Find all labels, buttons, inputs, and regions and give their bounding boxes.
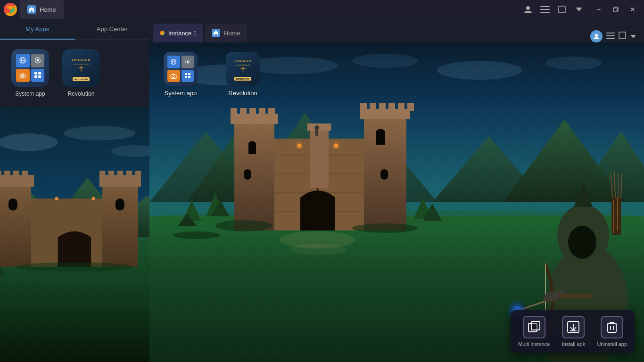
svg-rect-58 <box>619 32 626 39</box>
svg-rect-57 <box>606 38 615 39</box>
app-item-system[interactable]: System app <box>9 49 51 97</box>
svg-point-100 <box>296 142 303 149</box>
chevron-down-icon[interactable] <box>573 4 585 15</box>
netmarble-label: netmarble <box>73 77 90 81</box>
tab-home-main-label: Home <box>40 6 56 13</box>
svg-rect-45 <box>135 171 141 178</box>
svg-rect-92 <box>388 103 395 111</box>
camera-cell <box>16 69 30 82</box>
svg-rect-141 <box>171 74 176 78</box>
toolbar-item-uninstall-app[interactable]: Uninstall app <box>597 316 627 347</box>
svg-point-62 <box>352 54 418 68</box>
instance-bar-controls <box>590 30 640 42</box>
tab-my-apps[interactable]: My Apps <box>0 19 75 40</box>
svg-point-25 <box>0 133 58 151</box>
svg-rect-8 <box>613 8 617 12</box>
svg-point-49 <box>91 197 95 201</box>
game-scene: System app LINEAGE II REVOLUTION <box>149 42 644 362</box>
tab-home-instance[interactable]: Home <box>205 24 247 42</box>
user-icon[interactable] <box>522 4 534 15</box>
svg-rect-46 <box>8 198 17 210</box>
app-item-revolution[interactable]: LINEAGE II REVOLUTION netmarble Revoluti… <box>60 49 102 97</box>
svg-rect-93 <box>398 103 405 111</box>
svg-rect-5 <box>540 9 550 10</box>
left-castle-overlay <box>0 107 149 362</box>
svg-rect-95 <box>310 129 329 188</box>
system-app-label: System app <box>15 90 45 97</box>
home-tab-instance-label: Home <box>224 30 240 37</box>
svg-point-102 <box>332 142 340 149</box>
svg-point-63 <box>437 61 522 80</box>
svg-rect-44 <box>126 171 132 178</box>
svg-line-157 <box>573 327 576 330</box>
gear-cell <box>31 54 45 67</box>
svg-rect-94 <box>407 103 414 111</box>
game-system-icon <box>164 52 198 86</box>
svg-point-115 <box>314 125 319 130</box>
install-apk-label: Install apk <box>562 341 586 347</box>
svg-marker-23 <box>80 66 82 68</box>
instance-dot <box>160 31 165 35</box>
maximize-icon[interactable] <box>619 32 626 41</box>
chevron-instance-icon[interactable] <box>630 32 636 41</box>
svg-point-139 <box>187 61 189 63</box>
left-panel-bg <box>0 107 149 362</box>
svg-rect-4 <box>540 6 550 7</box>
svg-rect-90 <box>370 103 376 111</box>
svg-rect-146 <box>188 76 190 78</box>
svg-text:REVOLUTION: REVOLUTION <box>74 63 89 66</box>
title-bar: Home <box>0 0 644 19</box>
svg-point-112 <box>352 223 418 233</box>
svg-rect-153 <box>531 321 540 330</box>
svg-rect-77 <box>240 108 247 115</box>
svg-point-119 <box>568 226 596 259</box>
svg-rect-15 <box>34 72 37 74</box>
svg-point-113 <box>173 231 220 239</box>
svg-line-156 <box>570 327 573 330</box>
svg-point-111 <box>215 220 272 231</box>
tab-app-center[interactable]: App Center <box>75 19 150 40</box>
game-rev-icon-inner: LINEAGE II REVOLUTION netmarble <box>226 52 260 86</box>
game-app-system[interactable]: System app <box>164 52 198 97</box>
svg-point-64 <box>545 57 602 70</box>
restore-button[interactable] <box>608 3 623 16</box>
menu-icon[interactable] <box>539 4 551 15</box>
svg-point-54 <box>595 34 598 37</box>
svg-point-142 <box>173 75 174 77</box>
square-icon[interactable] <box>556 4 568 15</box>
svg-text:REVOLUTION: REVOLUTION <box>236 64 250 66</box>
tab-home-main[interactable]: Home <box>20 0 64 19</box>
toolbar-item-install-apk[interactable]: Install apk <box>559 316 587 347</box>
svg-point-3 <box>526 6 530 10</box>
svg-rect-42 <box>108 171 115 178</box>
minimize-button[interactable]: − <box>591 3 606 16</box>
game-gear-cell <box>182 56 194 68</box>
tab-instance-1[interactable]: Instance 1 <box>153 24 203 42</box>
svg-rect-18 <box>38 75 41 78</box>
svg-point-48 <box>55 197 58 201</box>
revolution-label: Revolution <box>68 90 95 97</box>
main-content: Instance 1 Home <box>149 19 644 362</box>
svg-rect-144 <box>188 73 190 75</box>
home-tab-icon <box>27 5 36 14</box>
game-app-icons: System app LINEAGE II REVOLUTION <box>164 52 260 97</box>
svg-rect-97 <box>380 169 388 180</box>
svg-rect-80 <box>268 108 275 115</box>
close-button[interactable]: ✕ <box>625 3 640 16</box>
svg-rect-16 <box>38 72 41 74</box>
hamburger-icon[interactable] <box>606 32 615 41</box>
game-globe-cell <box>167 56 180 68</box>
game-app-revolution[interactable]: LINEAGE II REVOLUTION netmarble Revoluti… <box>226 52 260 97</box>
svg-rect-114 <box>315 129 318 136</box>
home-icon-instance <box>212 29 220 37</box>
uninstall-app-label: Uninstall app <box>597 341 627 347</box>
game-system-label: System app <box>165 90 197 97</box>
toolbar-item-multi-instance[interactable]: Multi instance <box>518 316 550 347</box>
svg-rect-56 <box>606 35 615 36</box>
user-circle[interactable] <box>590 30 603 42</box>
content-area: My Apps App Center <box>0 19 644 362</box>
svg-point-26 <box>64 126 135 140</box>
svg-text:LINEAGE II: LINEAGE II <box>72 58 91 62</box>
uninstall-app-icon-btn <box>601 316 623 338</box>
svg-rect-159 <box>608 324 616 332</box>
